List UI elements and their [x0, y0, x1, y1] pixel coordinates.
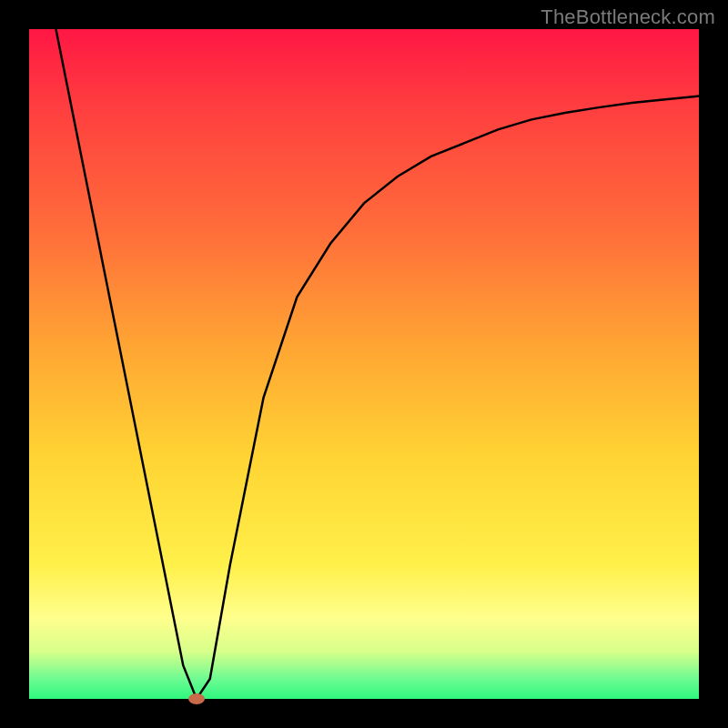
bottleneck-curve — [56, 29, 699, 699]
watermark-text: TheBottleneck.com — [541, 5, 715, 29]
curve-layer — [29, 29, 699, 699]
chart-frame: TheBottleneck.com — [0, 0, 728, 728]
minimum-marker — [188, 693, 205, 704]
